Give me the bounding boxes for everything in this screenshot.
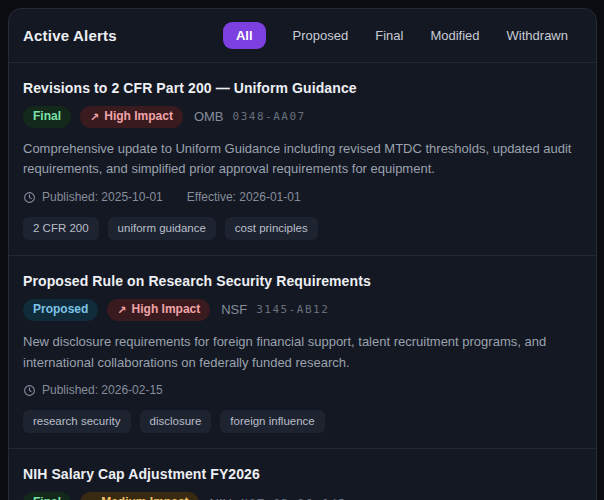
- docket-number: NOT-OD-26-045: [241, 497, 347, 500]
- tag[interactable]: foreign influence: [220, 410, 324, 433]
- impact-label: Medium Impact: [101, 495, 188, 500]
- alert-card-uniform-guidance[interactable]: Revisions to 2 CFR Part 200 — Uniform Gu…: [9, 63, 596, 255]
- status-badge: Proposed: [23, 299, 98, 321]
- impact-badge: ↗ High Impact: [107, 299, 210, 321]
- alert-title: Proposed Rule on Research Security Requi…: [23, 273, 582, 289]
- impact-label: High Impact: [104, 109, 173, 125]
- published-date: Published: 2026-02-15: [42, 383, 163, 397]
- impact-badge: ↗ High Impact: [80, 106, 183, 128]
- tag[interactable]: uniform guidance: [108, 217, 216, 240]
- trend-up-icon: ↗: [117, 303, 126, 317]
- tab-proposed[interactable]: Proposed: [293, 28, 349, 43]
- panel-header: Active Alerts All Proposed Final Modifie…: [9, 9, 596, 63]
- filter-tabs: All Proposed Final Modified Withdrawn: [223, 22, 568, 49]
- page-title: Active Alerts: [23, 27, 117, 44]
- tag[interactable]: disclosure: [140, 410, 212, 433]
- tag-row: research security disclosure foreign inf…: [23, 410, 582, 433]
- tab-final[interactable]: Final: [375, 28, 403, 43]
- agency-label: NSF: [221, 302, 247, 317]
- alert-title: NIH Salary Cap Adjustment FY2026: [23, 466, 582, 482]
- impact-badge: – Medium Impact: [80, 492, 198, 500]
- alert-description: New disclosure requirements for foreign …: [23, 332, 582, 374]
- alert-title: Revisions to 2 CFR Part 200 — Uniform Gu…: [23, 80, 582, 96]
- tag-row: 2 CFR 200 uniform guidance cost principl…: [23, 217, 582, 240]
- badge-row: Final – Medium Impact NIH NOT-OD-26-045: [23, 492, 582, 500]
- active-alerts-panel: Active Alerts All Proposed Final Modifie…: [8, 8, 597, 500]
- status-badge: Final: [23, 106, 71, 128]
- tag[interactable]: research security: [23, 410, 131, 433]
- docket-number: 0348-AA07: [233, 110, 306, 123]
- tab-all[interactable]: All: [223, 22, 266, 49]
- dash-icon: –: [90, 496, 96, 500]
- tab-withdrawn[interactable]: Withdrawn: [507, 28, 568, 43]
- effective-date: Effective: 2026-01-01: [187, 190, 301, 204]
- impact-label: High Impact: [132, 302, 201, 318]
- published-date: Published: 2025-10-01: [42, 190, 163, 204]
- clock-icon: [23, 191, 36, 204]
- agency-label: NIH: [210, 496, 232, 500]
- alert-card-research-security[interactable]: Proposed Rule on Research Security Requi…: [9, 255, 596, 448]
- agency-label: OMB: [194, 109, 224, 124]
- badge-row: Proposed ↗ High Impact NSF 3145-AB12: [23, 299, 582, 321]
- alert-description: Comprehensive update to Uniform Guidance…: [23, 139, 582, 181]
- tag[interactable]: 2 CFR 200: [23, 217, 99, 240]
- clock-icon: [23, 384, 36, 397]
- docket-number: 3145-AB12: [256, 303, 329, 316]
- trend-up-icon: ↗: [90, 110, 99, 124]
- dates-row: Published: 2026-02-15: [23, 383, 582, 397]
- status-badge: Final: [23, 492, 71, 500]
- badge-row: Final ↗ High Impact OMB 0348-AA07: [23, 106, 582, 128]
- dates-row: Published: 2025-10-01 Effective: 2026-01…: [23, 190, 582, 204]
- tab-modified[interactable]: Modified: [430, 28, 479, 43]
- alert-card-nih-salary-cap[interactable]: NIH Salary Cap Adjustment FY2026 Final –…: [9, 448, 596, 500]
- tag[interactable]: cost principles: [225, 217, 318, 240]
